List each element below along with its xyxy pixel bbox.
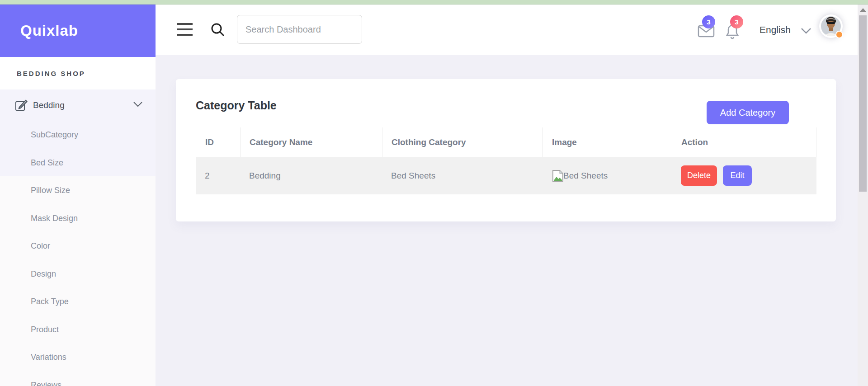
sidebar-item-design[interactable]: Design [0,260,156,288]
scroll-up-icon[interactable] [860,8,866,12]
sidebar-item-bedding[interactable]: Bedding [0,91,156,119]
browser-top-strip [0,0,868,5]
sidebar-item-color[interactable]: Color [0,232,156,260]
add-category-button[interactable]: Add Category [707,101,789,124]
language-label: English [760,24,791,35]
table-header-row: ID Category Name Clothing Category Image… [196,127,816,157]
top-header: 3 3 English [156,5,858,55]
column-header-image: Image [542,127,672,157]
search-icon[interactable] [210,22,226,38]
cell-clothing-category: Bed Sheets [382,157,542,194]
table-row: 2 Bedding Bed Sheets Bed Sheets Delete E… [196,157,816,194]
search-input[interactable] [237,15,362,44]
notifications-badge[interactable]: 3 [730,15,743,28]
sidebar: Quixlab BEDDING SHOP Bedding SubCategory… [0,5,156,386]
sidebar-item-subcategory[interactable]: SubCategory [0,121,156,149]
column-header-category-name: Category Name [240,127,382,157]
language-selector[interactable]: English [760,5,811,55]
user-avatar[interactable] [819,14,843,38]
scrollbar-thumb[interactable] [859,15,867,192]
broken-image-icon [552,169,564,183]
main-content: Category Table Add Category ID Category … [156,55,858,386]
chevron-down-icon[interactable] [133,101,143,108]
sidebar-item-reviews[interactable]: Reviews [0,372,156,386]
app-logo[interactable]: Quixlab [0,5,156,57]
cell-category-name: Bedding [240,157,382,194]
column-header-clothing-category: Clothing Category [382,127,542,157]
messages-badge[interactable]: 3 [702,15,715,28]
sidebar-item-variations[interactable]: Variations [0,344,156,372]
column-header-action: Action [672,127,816,157]
category-table: ID Category Name Clothing Category Image… [196,127,816,194]
sidebar-item-pack-type[interactable]: Pack Type [0,288,156,316]
sidebar-submenu: SubCategory Bed Size Pillow Size Mask De… [0,121,156,386]
sidebar-item-bed-size[interactable]: Bed Size [0,149,156,177]
sidebar-section: BEDDING SHOP [0,57,156,89]
delete-button[interactable]: Delete [681,165,717,186]
sidebar-item-label: Bedding [33,100,65,110]
chevron-down-icon [801,28,811,34]
edit-button[interactable]: Edit [723,165,752,186]
cell-id: 2 [196,157,240,194]
image-alt-text: Bed Sheets [563,171,608,181]
cell-image: Bed Sheets [542,157,672,194]
app-logo-text: Quixlab [20,22,78,39]
edit-icon [15,99,28,112]
status-dot [835,31,843,38]
page-title: Category Table [196,99,277,112]
cell-action: Delete Edit [672,157,816,194]
column-header-id: ID [196,127,240,157]
sidebar-item-pillow-size[interactable]: Pillow Size [0,177,156,205]
sidebar-item-product[interactable]: Product [0,316,156,344]
sidebar-section-label: BEDDING SHOP [17,70,85,77]
category-table-card: Category Table Add Category ID Category … [176,79,836,221]
hamburger-menu-icon[interactable] [177,23,193,36]
vertical-scrollbar[interactable] [858,5,868,386]
sidebar-item-mask-design[interactable]: Mask Design [0,205,156,233]
